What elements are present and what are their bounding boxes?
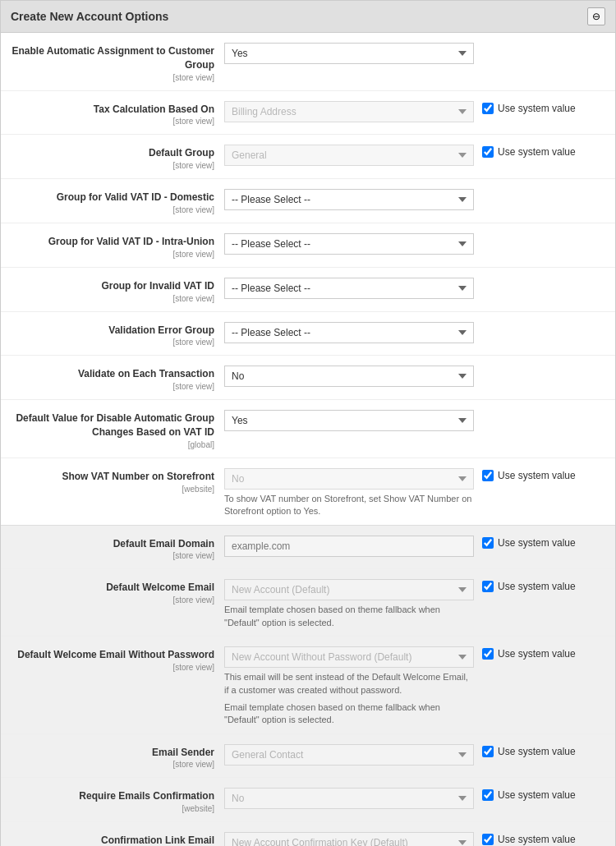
label-disable-auto-group: Default Value for Disable Automatic Grou… bbox=[11, 407, 224, 451]
control-confirmation-link: New Account Confirmation Key (Default) E… bbox=[224, 829, 474, 846]
create-account-panel: Create New Account Options ⊖ Enable Auto… bbox=[0, 0, 616, 846]
collapse-button[interactable]: ⊖ bbox=[587, 7, 605, 25]
control-require-confirmation: No bbox=[224, 784, 474, 809]
note-welcome-email: Email template chosen based on theme fal… bbox=[224, 604, 474, 629]
note-welcome-no-pass-2: Email template chosen based on theme fal… bbox=[224, 701, 474, 727]
label-email-sender: Email Sender [store view] bbox=[11, 741, 224, 771]
form-row-default-group: Default Group [store view] General Use s… bbox=[1, 135, 615, 179]
extra-show-vat-storefront: Use system value bbox=[474, 465, 605, 481]
form-row-invalid-vat: Group for Invalid VAT ID [store view] --… bbox=[1, 268, 615, 312]
checkbox-confirmation-link[interactable] bbox=[482, 834, 494, 845]
checkbox-require-confirmation[interactable] bbox=[482, 789, 494, 801]
system-value-email-domain[interactable]: Use system value bbox=[482, 537, 576, 549]
select-tax-calc[interactable]: Billing Address bbox=[224, 101, 474, 122]
note-show-vat-storefront: To show VAT number on Storefront, set Sh… bbox=[224, 493, 474, 518]
label-require-confirmation: Require Emails Confirmation [website] bbox=[11, 784, 224, 815]
control-email-sender: General Contact bbox=[224, 741, 474, 766]
control-default-group: General bbox=[224, 141, 474, 166]
label-valid-vat-intra: Group for Valid VAT ID - Intra-Union [st… bbox=[11, 230, 224, 260]
extra-email-domain: Use system value bbox=[474, 532, 605, 549]
system-value-confirmation-link[interactable]: Use system value bbox=[482, 834, 576, 845]
select-invalid-vat[interactable]: -- Please Select -- bbox=[224, 278, 474, 299]
select-disable-auto-group[interactable]: Yes No bbox=[224, 410, 474, 431]
panel-header: Create New Account Options ⊖ bbox=[1, 1, 615, 33]
form-row-show-vat-storefront: Show VAT Number on Storefront [website] … bbox=[1, 458, 615, 525]
form-row-validation-error: Validation Error Group [store view] -- P… bbox=[1, 312, 615, 356]
label-validation-error: Validation Error Group [store view] bbox=[11, 319, 224, 349]
select-show-vat-storefront[interactable]: No bbox=[224, 468, 474, 490]
system-value-welcome-email[interactable]: Use system value bbox=[482, 581, 576, 592]
checkbox-email-domain[interactable] bbox=[482, 537, 494, 549]
select-default-group[interactable]: General bbox=[224, 145, 474, 166]
label-show-vat-storefront: Show VAT Number on Storefront [website] bbox=[11, 465, 224, 495]
form-row-welcome-no-pass: Default Welcome Email Without Password [… bbox=[1, 637, 615, 734]
system-value-email-sender[interactable]: Use system value bbox=[482, 746, 576, 757]
extra-welcome-no-pass: Use system value bbox=[474, 643, 605, 660]
label-tax-calc: Tax Calculation Based On [store view] bbox=[11, 98, 224, 128]
checkbox-tax-calc[interactable] bbox=[482, 103, 494, 114]
label-enable-auto-assign: Enable Automatic Assignment to Customer … bbox=[11, 39, 224, 84]
form-row-email-sender: Email Sender [store view] General Contac… bbox=[1, 734, 615, 779]
control-validation-error: -- Please Select -- bbox=[224, 319, 474, 343]
extra-default-group: Use system value bbox=[474, 141, 605, 158]
extra-validate-each bbox=[474, 362, 605, 367]
label-welcome-email: Default Welcome Email [store view] bbox=[11, 576, 224, 606]
control-email-domain bbox=[224, 532, 474, 557]
control-valid-vat-domestic: -- Please Select -- bbox=[224, 186, 474, 210]
select-valid-vat-domestic[interactable]: -- Please Select -- bbox=[224, 189, 474, 210]
checkbox-welcome-no-pass[interactable] bbox=[482, 648, 494, 660]
label-confirmation-link: Confirmation Link Email [store view] bbox=[11, 829, 224, 846]
extra-welcome-email: Use system value bbox=[474, 576, 605, 592]
select-enable-auto-assign[interactable]: Yes No bbox=[224, 43, 474, 64]
note-welcome-no-pass-1: This email will be sent instead of the D… bbox=[224, 671, 474, 697]
extra-valid-vat-domestic bbox=[474, 186, 605, 191]
select-email-sender[interactable]: General Contact bbox=[224, 744, 474, 766]
extra-valid-vat-intra bbox=[474, 230, 605, 235]
system-value-default-group[interactable]: Use system value bbox=[482, 146, 576, 158]
extra-email-sender: Use system value bbox=[474, 741, 605, 757]
control-welcome-email: New Account (Default) Email template cho… bbox=[224, 576, 474, 629]
label-welcome-no-pass: Default Welcome Email Without Password [… bbox=[11, 643, 224, 674]
extra-require-confirmation: Use system value bbox=[474, 784, 605, 801]
select-validation-error[interactable]: -- Please Select -- bbox=[224, 322, 474, 343]
form-row-tax-calc: Tax Calculation Based On [store view] Bi… bbox=[1, 91, 615, 136]
select-validate-each[interactable]: No Yes bbox=[224, 366, 474, 387]
label-valid-vat-domestic: Group for Valid VAT ID - Domestic [store… bbox=[11, 186, 224, 216]
checkbox-email-sender[interactable] bbox=[482, 746, 494, 757]
extra-disable-auto-group bbox=[474, 407, 605, 412]
control-show-vat-storefront: No To show VAT number on Storefront, set… bbox=[224, 465, 474, 518]
control-valid-vat-intra: -- Please Select -- bbox=[224, 230, 474, 255]
select-welcome-no-pass[interactable]: New Account Without Password (Default) bbox=[224, 646, 474, 668]
form-row-require-confirmation: Require Emails Confirmation [website] No… bbox=[1, 778, 615, 822]
system-value-tax-calc[interactable]: Use system value bbox=[482, 103, 576, 114]
checkbox-default-group[interactable] bbox=[482, 146, 494, 158]
system-value-show-vat[interactable]: Use system value bbox=[482, 470, 576, 481]
extra-validation-error bbox=[474, 319, 605, 324]
label-invalid-vat: Group for Invalid VAT ID [store view] bbox=[11, 274, 224, 305]
form-row-disable-auto-group: Default Value for Disable Automatic Grou… bbox=[1, 400, 615, 458]
system-value-require-confirmation[interactable]: Use system value bbox=[482, 789, 576, 801]
form-row-email-domain: Default Email Domain [store view] Use sy… bbox=[1, 526, 615, 570]
select-require-confirmation[interactable]: No bbox=[224, 788, 474, 809]
form-row-confirmation-link: Confirmation Link Email [store view] New… bbox=[1, 822, 615, 846]
input-email-domain[interactable] bbox=[224, 536, 474, 557]
label-default-group: Default Group [store view] bbox=[11, 141, 224, 172]
select-valid-vat-intra[interactable]: -- Please Select -- bbox=[224, 233, 474, 255]
select-welcome-email[interactable]: New Account (Default) bbox=[224, 579, 474, 600]
control-tax-calc: Billing Address bbox=[224, 98, 474, 122]
control-invalid-vat: -- Please Select -- bbox=[224, 274, 474, 299]
extra-invalid-vat bbox=[474, 274, 605, 279]
form-row-validate-each: Validate on Each Transaction [store view… bbox=[1, 356, 615, 400]
control-disable-auto-group: Yes No bbox=[224, 407, 474, 431]
email-section: Default Email Domain [store view] Use sy… bbox=[1, 526, 615, 846]
control-validate-each: No Yes bbox=[224, 362, 474, 387]
panel-title: Create New Account Options bbox=[11, 10, 168, 23]
select-confirmation-link[interactable]: New Account Confirmation Key (Default) bbox=[224, 832, 474, 846]
vat-section: Enable Automatic Assignment to Customer … bbox=[1, 33, 615, 526]
label-validate-each: Validate on Each Transaction [store view… bbox=[11, 362, 224, 393]
form-row-valid-vat-domestic: Group for Valid VAT ID - Domestic [store… bbox=[1, 179, 615, 223]
checkbox-welcome-email[interactable] bbox=[482, 581, 494, 592]
checkbox-show-vat[interactable] bbox=[482, 470, 494, 481]
system-value-welcome-no-pass[interactable]: Use system value bbox=[482, 648, 576, 660]
extra-tax-calc: Use system value bbox=[474, 98, 605, 114]
